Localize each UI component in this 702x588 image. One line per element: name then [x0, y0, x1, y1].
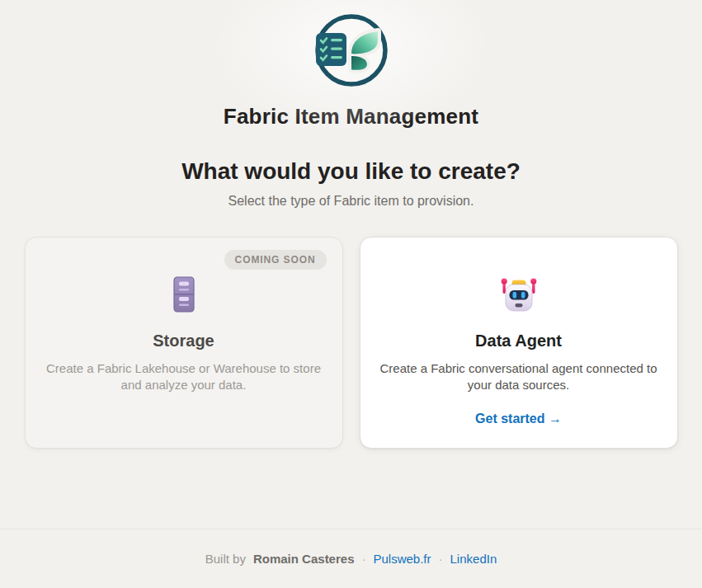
- coming-soon-badge: COMING SOON: [224, 250, 327, 270]
- footer: Built by Romain Casteres · Pulsweb.fr · …: [0, 529, 702, 588]
- get-started-link[interactable]: Get started →: [475, 412, 562, 426]
- page: Fabric Item Management What would you li…: [0, 0, 702, 588]
- card-icon-wrap: [26, 275, 342, 314]
- separator-dot: ·: [362, 552, 366, 566]
- pulsweb-link[interactable]: Pulsweb.fr: [374, 552, 431, 566]
- main-content: Fabric Item Management What would you li…: [0, 0, 702, 529]
- author-name: Romain Casteres: [253, 552, 355, 566]
- hero-section: What would you like to create? Select th…: [0, 158, 702, 209]
- card-description-data-agent: Create a Fabric conversational agent con…: [372, 360, 666, 394]
- logo-area: [0, 0, 702, 90]
- robot-icon: [498, 275, 539, 314]
- card-icon-wrap: [360, 275, 677, 314]
- card-title-storage: Storage: [26, 332, 342, 350]
- card-description-storage: Create a Fabric Lakehouse or Warehouse t…: [37, 360, 331, 394]
- storage-card: COMING SOON: [25, 237, 343, 449]
- linkedin-link[interactable]: LinkedIn: [450, 552, 497, 566]
- fabric-checklist-logo-icon: [304, 11, 399, 90]
- built-by-label: Built by: [205, 552, 246, 566]
- data-agent-card[interactable]: Data Agent Create a Fabric conversationa…: [360, 237, 678, 449]
- page-subheading: Select the type of Fabric item to provis…: [0, 194, 702, 209]
- app-title: Fabric Item Management: [0, 104, 702, 129]
- separator-dot: ·: [439, 552, 443, 566]
- card-title-data-agent: Data Agent: [360, 332, 677, 350]
- file-cabinet-icon: [164, 275, 204, 314]
- page-heading: What would you like to create?: [0, 158, 702, 185]
- item-type-cards: COMING SOON: [25, 237, 678, 449]
